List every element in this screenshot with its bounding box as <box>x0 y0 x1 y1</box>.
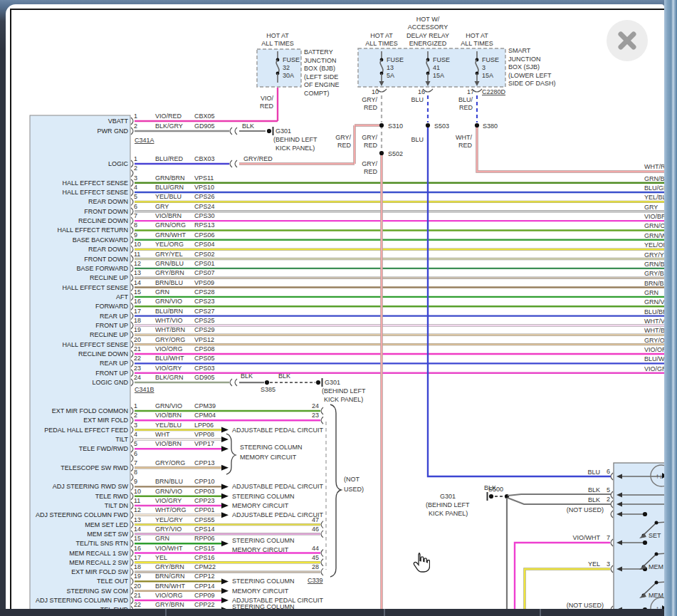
arrow-head <box>221 588 229 594</box>
pin-arc <box>235 160 237 167</box>
row-label: EXT MIR FOLD <box>83 417 128 424</box>
pin-number: 14 <box>134 526 141 533</box>
connector-label: C341A <box>135 137 154 144</box>
row-label: MEM RECALL 2 SW <box>69 559 128 566</box>
arrow-head <box>221 541 229 546</box>
wire-color-code: BLU/BRN <box>155 308 183 315</box>
pin-number: 8 <box>134 221 137 229</box>
circuit-number: CPP13 <box>194 459 215 466</box>
arrow-head <box>221 437 229 442</box>
wire-color-code: GRY/ORG <box>155 336 185 343</box>
brace <box>330 404 341 577</box>
ground-location: (BEHIND LEFT <box>426 501 470 508</box>
circuit-number: CPP03 <box>194 488 215 495</box>
pin-arc <box>131 502 133 509</box>
row-label: MEM SET LED <box>85 521 128 528</box>
row-label: HALL EFFECT SENSE <box>62 341 128 348</box>
circuit-number: CPP12 <box>194 573 215 580</box>
pin-number: 3 <box>134 174 137 182</box>
wire-color-code: BRN/BLU <box>155 478 183 485</box>
pin-arc <box>230 379 232 386</box>
edge-wire-label: GRY/BRN <box>644 270 664 277</box>
wire-color-code: BRN/WHT <box>155 583 185 590</box>
splice-dot <box>265 380 269 385</box>
edge-wire-label: GRN <box>644 289 658 296</box>
fuse-amps: 15A <box>482 72 493 79</box>
arrow-head <box>221 446 229 451</box>
edge-wire-label: GRN/WHT <box>644 232 664 239</box>
switch-contact <box>655 553 658 556</box>
pin-number: 22 <box>134 601 141 608</box>
component-node <box>643 541 647 545</box>
wire-color-label: RED <box>260 103 274 110</box>
pin-arc <box>131 274 133 281</box>
wire-color-code: BLK/GRY <box>155 122 183 130</box>
pin-number: 16 <box>134 545 141 552</box>
edge-wire-label: VIO/ORG <box>644 346 664 353</box>
pin-arc <box>611 539 613 546</box>
wire-color-code: VIO/BRN <box>155 212 182 219</box>
arrow-head <box>221 597 229 603</box>
wire-color-label: RED <box>458 142 473 149</box>
not-used-label: USED) <box>344 486 364 493</box>
ground-location: (BEHIND LEFT <box>273 136 317 143</box>
pin-number: 7 <box>134 459 137 466</box>
pin-arc <box>131 256 133 263</box>
row-label: ADJ STEERING COLUMN FWD <box>36 597 129 604</box>
row-label: FRONT UP <box>95 370 128 377</box>
splice-label: S385 <box>261 386 275 393</box>
pin-number: 14 <box>134 279 141 286</box>
close-button[interactable] <box>607 20 648 61</box>
wire-color-code: GRN/ORG <box>155 221 186 229</box>
circuit-number: VPS12 <box>194 336 214 343</box>
circuit-number: VPS09 <box>194 279 214 286</box>
circuit-number: CBX03 <box>194 155 215 162</box>
pin-arc <box>131 265 133 272</box>
row-label: PWR GND <box>98 127 129 135</box>
wire <box>428 125 611 476</box>
wire <box>508 494 611 496</box>
pin-arc <box>131 179 133 187</box>
splice-dot <box>426 123 430 127</box>
pin-number: 17 <box>467 88 474 95</box>
wire-color-code: WHT/BRN <box>155 326 185 333</box>
pin-number: 2 <box>134 165 137 172</box>
wire-color-code: VIO/BRN <box>155 412 182 419</box>
wire-color-label: RED <box>459 104 473 111</box>
component-pin-number: 6 <box>607 468 610 475</box>
circuit-note: ADJUSTABLE PEDAL CIRCUIT <box>232 511 324 518</box>
switch-label: MEM <box>649 563 663 570</box>
right-pin-number: 47 <box>312 516 319 523</box>
splice-dot <box>379 151 384 155</box>
right-pin-number: 44 <box>312 545 319 552</box>
pin-arc <box>131 493 133 500</box>
pin-arc <box>131 559 133 566</box>
pin-number: 21 <box>134 345 141 353</box>
pin-arc <box>131 474 133 481</box>
pin-arc <box>131 360 133 367</box>
row-label: LOGIC <box>108 160 129 167</box>
component-pin-number: 5 <box>607 486 610 494</box>
power-headline: HOT AT <box>370 32 393 39</box>
circuit-number: CPS55 <box>194 516 215 523</box>
wire-color-code: VIO/RED <box>155 113 182 120</box>
edge-wire-label: BLU/WHT <box>644 355 664 362</box>
edge-wire-label: GRN/BLU <box>644 261 664 268</box>
pin-arc <box>131 118 133 125</box>
row-label: FRONT DOWN <box>84 256 128 263</box>
box-name: BOX (BJB) <box>304 65 335 72</box>
wire-color-label: BLU <box>411 96 424 103</box>
ground-point <box>267 129 271 133</box>
row-label: ADJ STEERING COLUMN FWD <box>36 511 129 518</box>
wire-color-label: RED <box>364 168 378 175</box>
wire-color-code: YEL <box>155 554 167 561</box>
circuit-number: CPS29 <box>194 326 215 333</box>
pin-number: 1 <box>134 113 137 120</box>
diagram-dialog: VBATT1VIO/REDCBX05PWR GND2BLK/GRYGD905BL… <box>6 4 664 616</box>
circuit-number: CPS25 <box>194 317 215 324</box>
fuse-amps: 5A <box>387 72 394 79</box>
ground-point <box>489 494 493 498</box>
pin-arc <box>131 160 133 167</box>
row-label: TEL/TIL SNS RTN <box>75 540 128 547</box>
wire-outline <box>477 125 664 172</box>
